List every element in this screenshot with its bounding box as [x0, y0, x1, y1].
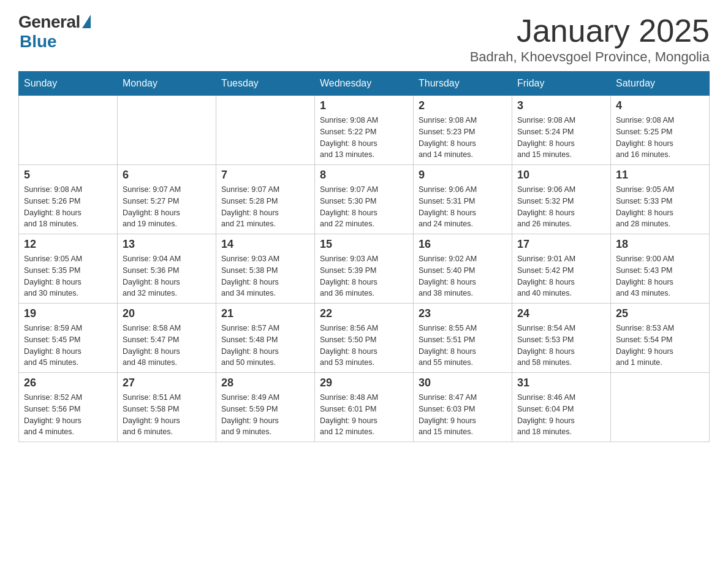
- calendar-table: SundayMondayTuesdayWednesdayThursdayFrid…: [18, 71, 710, 442]
- day-info: Sunrise: 9:08 AM Sunset: 5:25 PM Dayligh…: [616, 115, 704, 161]
- calendar-cell: 7Sunrise: 9:07 AM Sunset: 5:28 PM Daylig…: [216, 165, 315, 234]
- calendar-week-row: 1Sunrise: 9:08 AM Sunset: 5:22 PM Daylig…: [19, 96, 710, 165]
- logo: General Blue: [18, 12, 91, 52]
- day-info: Sunrise: 8:57 AM Sunset: 5:48 PM Dayligh…: [221, 323, 309, 369]
- day-number: 11: [616, 169, 704, 182]
- day-number: 2: [419, 99, 507, 112]
- day-info: Sunrise: 8:58 AM Sunset: 5:47 PM Dayligh…: [123, 323, 211, 369]
- calendar-cell: 27Sunrise: 8:51 AM Sunset: 5:58 PM Dayli…: [118, 373, 216, 442]
- calendar-cell: [19, 96, 118, 165]
- day-info: Sunrise: 9:08 AM Sunset: 5:24 PM Dayligh…: [517, 115, 605, 161]
- day-number: 1: [320, 99, 408, 112]
- weekday-header-thursday: Thursday: [414, 72, 512, 96]
- calendar-cell: 31Sunrise: 8:46 AM Sunset: 6:04 PM Dayli…: [512, 373, 611, 442]
- calendar-cell: 5Sunrise: 9:08 AM Sunset: 5:26 PM Daylig…: [19, 165, 118, 234]
- calendar-cell: 15Sunrise: 9:03 AM Sunset: 5:39 PM Dayli…: [315, 234, 414, 304]
- day-number: 30: [419, 377, 507, 389]
- day-info: Sunrise: 9:03 AM Sunset: 5:39 PM Dayligh…: [320, 253, 408, 299]
- calendar-cell: 12Sunrise: 9:05 AM Sunset: 5:35 PM Dayli…: [19, 234, 118, 304]
- weekday-header-monday: Monday: [118, 72, 216, 96]
- day-info: Sunrise: 9:03 AM Sunset: 5:38 PM Dayligh…: [221, 253, 309, 299]
- day-info: Sunrise: 9:07 AM Sunset: 5:27 PM Dayligh…: [123, 184, 211, 230]
- calendar-cell: 16Sunrise: 9:02 AM Sunset: 5:40 PM Dayli…: [414, 234, 512, 304]
- day-number: 9: [419, 169, 507, 182]
- day-info: Sunrise: 9:02 AM Sunset: 5:40 PM Dayligh…: [419, 253, 507, 299]
- day-number: 4: [616, 99, 704, 112]
- day-info: Sunrise: 9:08 AM Sunset: 5:23 PM Dayligh…: [419, 115, 507, 161]
- day-info: Sunrise: 9:06 AM Sunset: 5:31 PM Dayligh…: [419, 184, 507, 230]
- day-info: Sunrise: 8:47 AM Sunset: 6:03 PM Dayligh…: [419, 392, 507, 438]
- weekday-header-tuesday: Tuesday: [216, 72, 315, 96]
- day-info: Sunrise: 9:07 AM Sunset: 5:28 PM Dayligh…: [221, 184, 309, 230]
- calendar-cell: 14Sunrise: 9:03 AM Sunset: 5:38 PM Dayli…: [216, 234, 315, 304]
- month-title: January 2025: [470, 12, 710, 49]
- day-info: Sunrise: 9:06 AM Sunset: 5:32 PM Dayligh…: [517, 184, 605, 230]
- day-info: Sunrise: 9:04 AM Sunset: 5:36 PM Dayligh…: [123, 253, 211, 299]
- day-info: Sunrise: 8:46 AM Sunset: 6:04 PM Dayligh…: [517, 392, 605, 438]
- page-header: General Blue January 2025 Badrah, Khoevs…: [18, 12, 710, 65]
- day-number: 12: [24, 238, 112, 251]
- calendar-week-row: 19Sunrise: 8:59 AM Sunset: 5:45 PM Dayli…: [19, 304, 710, 373]
- day-info: Sunrise: 8:51 AM Sunset: 5:58 PM Dayligh…: [123, 392, 211, 438]
- calendar-cell: 19Sunrise: 8:59 AM Sunset: 5:45 PM Dayli…: [19, 304, 118, 373]
- calendar-cell: 24Sunrise: 8:54 AM Sunset: 5:53 PM Dayli…: [512, 304, 611, 373]
- day-info: Sunrise: 8:59 AM Sunset: 5:45 PM Dayligh…: [24, 323, 112, 369]
- calendar-cell: 13Sunrise: 9:04 AM Sunset: 5:36 PM Dayli…: [118, 234, 216, 304]
- day-number: 20: [123, 307, 211, 320]
- day-number: 28: [221, 377, 309, 389]
- weekday-header-sunday: Sunday: [19, 72, 118, 96]
- calendar-cell: 17Sunrise: 9:01 AM Sunset: 5:42 PM Dayli…: [512, 234, 611, 304]
- day-number: 29: [320, 377, 408, 389]
- day-info: Sunrise: 9:00 AM Sunset: 5:43 PM Dayligh…: [616, 253, 704, 299]
- day-info: Sunrise: 8:55 AM Sunset: 5:51 PM Dayligh…: [419, 323, 507, 369]
- day-info: Sunrise: 9:08 AM Sunset: 5:22 PM Dayligh…: [320, 115, 408, 161]
- calendar-cell: 2Sunrise: 9:08 AM Sunset: 5:23 PM Daylig…: [414, 96, 512, 165]
- calendar-cell: 25Sunrise: 8:53 AM Sunset: 5:54 PM Dayli…: [611, 304, 710, 373]
- day-number: 5: [24, 169, 112, 182]
- day-number: 22: [320, 307, 408, 320]
- day-info: Sunrise: 9:05 AM Sunset: 5:35 PM Dayligh…: [24, 253, 112, 299]
- day-info: Sunrise: 8:54 AM Sunset: 5:53 PM Dayligh…: [517, 323, 605, 369]
- calendar-cell: 29Sunrise: 8:48 AM Sunset: 6:01 PM Dayli…: [315, 373, 414, 442]
- calendar-week-row: 5Sunrise: 9:08 AM Sunset: 5:26 PM Daylig…: [19, 165, 710, 234]
- calendar-cell: 22Sunrise: 8:56 AM Sunset: 5:50 PM Dayli…: [315, 304, 414, 373]
- day-number: 8: [320, 169, 408, 182]
- calendar-cell: 8Sunrise: 9:07 AM Sunset: 5:30 PM Daylig…: [315, 165, 414, 234]
- day-info: Sunrise: 8:49 AM Sunset: 5:59 PM Dayligh…: [221, 392, 309, 438]
- calendar-cell: [216, 96, 315, 165]
- day-info: Sunrise: 8:52 AM Sunset: 5:56 PM Dayligh…: [24, 392, 112, 438]
- day-info: Sunrise: 8:53 AM Sunset: 5:54 PM Dayligh…: [616, 323, 704, 369]
- day-number: 26: [24, 377, 112, 389]
- day-number: 10: [517, 169, 605, 182]
- day-info: Sunrise: 9:08 AM Sunset: 5:26 PM Dayligh…: [24, 184, 112, 230]
- day-info: Sunrise: 8:48 AM Sunset: 6:01 PM Dayligh…: [320, 392, 408, 438]
- calendar-cell: 26Sunrise: 8:52 AM Sunset: 5:56 PM Dayli…: [19, 373, 118, 442]
- calendar-cell: 6Sunrise: 9:07 AM Sunset: 5:27 PM Daylig…: [118, 165, 216, 234]
- day-number: 19: [24, 307, 112, 320]
- calendar-cell: [611, 373, 710, 442]
- calendar-cell: 21Sunrise: 8:57 AM Sunset: 5:48 PM Dayli…: [216, 304, 315, 373]
- day-number: 21: [221, 307, 309, 320]
- weekday-header-saturday: Saturday: [611, 72, 710, 96]
- logo-triangle-icon: [82, 15, 91, 28]
- calendar-cell: 11Sunrise: 9:05 AM Sunset: 5:33 PM Dayli…: [611, 165, 710, 234]
- day-number: 31: [517, 377, 605, 389]
- logo-blue-text: Blue: [20, 32, 57, 52]
- day-number: 27: [123, 377, 211, 389]
- calendar-cell: 3Sunrise: 9:08 AM Sunset: 5:24 PM Daylig…: [512, 96, 611, 165]
- day-number: 24: [517, 307, 605, 320]
- day-info: Sunrise: 8:56 AM Sunset: 5:50 PM Dayligh…: [320, 323, 408, 369]
- day-number: 3: [517, 99, 605, 112]
- weekday-header-wednesday: Wednesday: [315, 72, 414, 96]
- weekday-header-friday: Friday: [512, 72, 611, 96]
- day-number: 6: [123, 169, 211, 182]
- day-number: 25: [616, 307, 704, 320]
- day-number: 7: [221, 169, 309, 182]
- calendar-cell: 1Sunrise: 9:08 AM Sunset: 5:22 PM Daylig…: [315, 96, 414, 165]
- title-section: January 2025 Badrah, Khoevsgoel Province…: [470, 12, 710, 65]
- weekday-header-row: SundayMondayTuesdayWednesdayThursdayFrid…: [19, 72, 710, 96]
- calendar-cell: 4Sunrise: 9:08 AM Sunset: 5:25 PM Daylig…: [611, 96, 710, 165]
- day-info: Sunrise: 9:01 AM Sunset: 5:42 PM Dayligh…: [517, 253, 605, 299]
- calendar-cell: 28Sunrise: 8:49 AM Sunset: 5:59 PM Dayli…: [216, 373, 315, 442]
- calendar-cell: 30Sunrise: 8:47 AM Sunset: 6:03 PM Dayli…: [414, 373, 512, 442]
